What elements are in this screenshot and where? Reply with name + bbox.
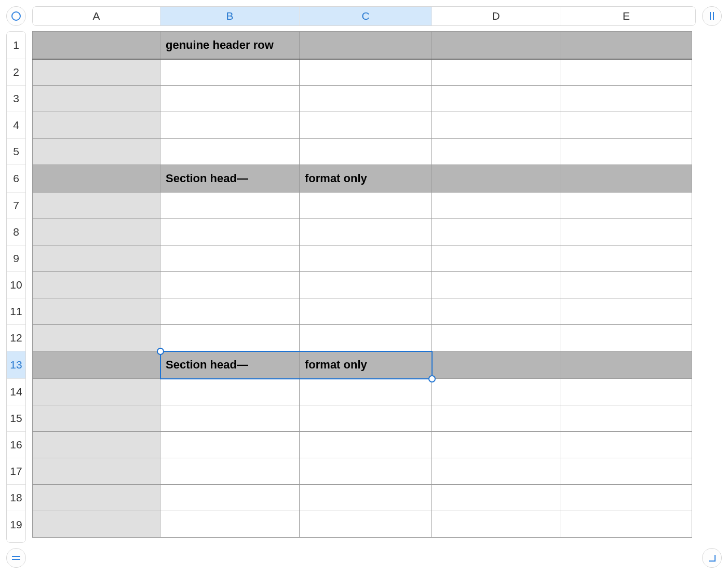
- select-all-button[interactable]: [6, 6, 26, 26]
- cell-C12[interactable]: [300, 325, 432, 351]
- cell-E1[interactable]: [560, 32, 692, 59]
- cell-C13[interactable]: format only: [300, 351, 432, 379]
- cell-D2[interactable]: [432, 59, 560, 86]
- row-header-13[interactable]: 13: [7, 351, 25, 379]
- cell-A13[interactable]: [33, 351, 160, 379]
- cell-D16[interactable]: [432, 432, 560, 458]
- cell-B2[interactable]: [160, 59, 300, 86]
- cell-E14[interactable]: [560, 379, 692, 405]
- row-header-4[interactable]: 4: [7, 112, 25, 139]
- cell-A2[interactable]: [33, 59, 160, 86]
- cell-B19[interactable]: [160, 511, 300, 538]
- cell-B11[interactable]: [160, 298, 300, 325]
- cell-A12[interactable]: [33, 325, 160, 351]
- cell-B17[interactable]: [160, 458, 300, 485]
- cell-D19[interactable]: [432, 511, 560, 538]
- row-header-16[interactable]: 16: [7, 432, 25, 458]
- cell-B16[interactable]: [160, 432, 300, 458]
- cell-C5[interactable]: [300, 139, 432, 165]
- cell-D14[interactable]: [432, 379, 560, 405]
- cell-E8[interactable]: [560, 219, 692, 245]
- cell-D3[interactable]: [432, 86, 560, 112]
- cell-A9[interactable]: [33, 245, 160, 272]
- cell-A1[interactable]: [33, 32, 160, 59]
- row-header-11[interactable]: 11: [7, 298, 25, 325]
- cell-D8[interactable]: [432, 219, 560, 245]
- row-header-14[interactable]: 14: [7, 379, 25, 405]
- row-header-17[interactable]: 17: [7, 458, 25, 485]
- resize-corner-button[interactable]: [702, 548, 722, 568]
- row-header-1[interactable]: 1: [7, 32, 25, 59]
- column-header-C[interactable]: C: [300, 7, 432, 25]
- cell-E3[interactable]: [560, 86, 692, 112]
- row-header-10[interactable]: 10: [7, 272, 25, 298]
- cell-B6[interactable]: Section head—: [160, 165, 300, 193]
- cell-C3[interactable]: [300, 86, 432, 112]
- cell-C19[interactable]: [300, 511, 432, 538]
- cell-C11[interactable]: [300, 298, 432, 325]
- row-header-8[interactable]: 8: [7, 219, 25, 245]
- cell-E15[interactable]: [560, 405, 692, 432]
- column-header-D[interactable]: D: [432, 7, 560, 25]
- cell-B4[interactable]: [160, 112, 300, 139]
- cell-C8[interactable]: [300, 219, 432, 245]
- cell-C4[interactable]: [300, 112, 432, 139]
- cell-A4[interactable]: [33, 112, 160, 139]
- cell-D6[interactable]: [432, 165, 560, 193]
- cell-E7[interactable]: [560, 193, 692, 219]
- row-header-12[interactable]: 12: [7, 325, 25, 351]
- cell-A5[interactable]: [33, 139, 160, 165]
- cell-B14[interactable]: [160, 379, 300, 405]
- cell-D5[interactable]: [432, 139, 560, 165]
- column-header-B[interactable]: B: [160, 7, 300, 25]
- cell-C18[interactable]: [300, 485, 432, 511]
- cell-E10[interactable]: [560, 272, 692, 298]
- cell-D18[interactable]: [432, 485, 560, 511]
- cell-C2[interactable]: [300, 59, 432, 86]
- row-pane-button[interactable]: [6, 548, 26, 568]
- cell-A3[interactable]: [33, 86, 160, 112]
- cell-D15[interactable]: [432, 405, 560, 432]
- cell-A16[interactable]: [33, 432, 160, 458]
- cell-C7[interactable]: [300, 193, 432, 219]
- cell-B10[interactable]: [160, 272, 300, 298]
- cell-C6[interactable]: format only: [300, 165, 432, 193]
- cell-A17[interactable]: [33, 458, 160, 485]
- column-pane-button[interactable]: [702, 6, 722, 26]
- cell-E9[interactable]: [560, 245, 692, 272]
- row-header-6[interactable]: 6: [7, 165, 25, 193]
- cell-E2[interactable]: [560, 59, 692, 86]
- cell-D7[interactable]: [432, 193, 560, 219]
- cell-D11[interactable]: [432, 298, 560, 325]
- row-header-3[interactable]: 3: [7, 86, 25, 112]
- cell-B12[interactable]: [160, 325, 300, 351]
- cell-D10[interactable]: [432, 272, 560, 298]
- cell-B13[interactable]: Section head—: [160, 351, 300, 379]
- cell-E13[interactable]: [560, 351, 692, 379]
- cell-A18[interactable]: [33, 485, 160, 511]
- cell-C16[interactable]: [300, 432, 432, 458]
- cell-C1[interactable]: [300, 32, 432, 59]
- row-header-19[interactable]: 19: [7, 511, 25, 538]
- cell-A6[interactable]: [33, 165, 160, 193]
- cell-A7[interactable]: [33, 193, 160, 219]
- cell-E12[interactable]: [560, 325, 692, 351]
- cell-C10[interactable]: [300, 272, 432, 298]
- cell-E6[interactable]: [560, 165, 692, 193]
- cell-B3[interactable]: [160, 86, 300, 112]
- row-header-7[interactable]: 7: [7, 193, 25, 219]
- cell-E4[interactable]: [560, 112, 692, 139]
- cell-A10[interactable]: [33, 272, 160, 298]
- cell-A15[interactable]: [33, 405, 160, 432]
- cell-E19[interactable]: [560, 511, 692, 538]
- cell-C9[interactable]: [300, 245, 432, 272]
- row-header-15[interactable]: 15: [7, 405, 25, 432]
- cell-D1[interactable]: [432, 32, 560, 59]
- cell-D9[interactable]: [432, 245, 560, 272]
- cell-B9[interactable]: [160, 245, 300, 272]
- cell-E18[interactable]: [560, 485, 692, 511]
- cell-B15[interactable]: [160, 405, 300, 432]
- cell-grid[interactable]: genuine header rowSection head—format on…: [32, 31, 696, 543]
- cell-D17[interactable]: [432, 458, 560, 485]
- cell-D13[interactable]: [432, 351, 560, 379]
